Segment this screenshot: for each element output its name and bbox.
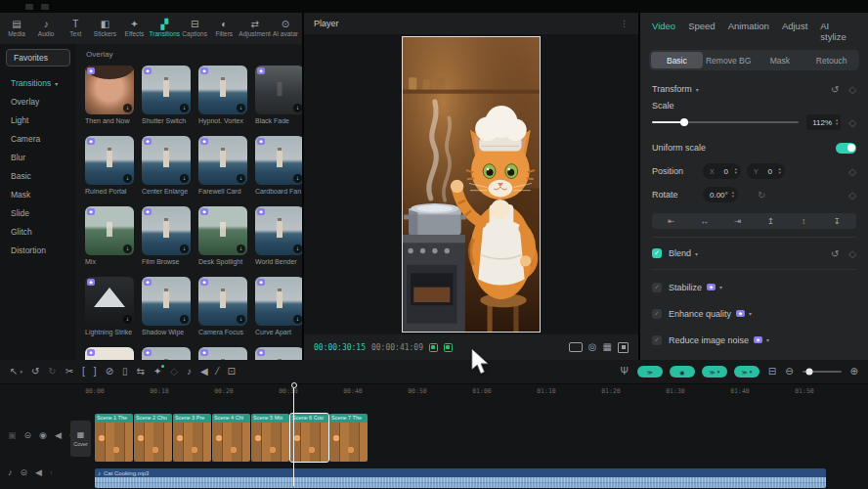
reset-icon[interactable]: ↺ [831,248,839,259]
timeline-pill-button[interactable]: ◉ ▾ [670,366,695,378]
video-clip[interactable]: Scene 4 Chi [212,414,250,462]
align-icon[interactable]: ↕ [788,216,819,226]
sidebar-category-item[interactable]: Transitions▾ [0,73,76,92]
sidebar-category-item[interactable]: Blur▾ [0,148,76,166]
sidebar-item-favorites[interactable]: Favorites [6,49,70,67]
timeline-tool-icon[interactable]: ◇ ▾ [170,367,178,377]
timeline-tool-icon[interactable]: ⁄ ▾ [217,367,219,377]
toolbar-tab[interactable]: ⊟ Captions [180,20,209,37]
download-icon[interactable]: ↓ [293,244,302,253]
transition-thumbnail[interactable]: ◆ ↓ [255,136,302,185]
transition-thumbnail[interactable]: ◆ ↓ [198,347,247,360]
video-clip[interactable]: Scene 2 Chu [134,414,172,462]
chevron-down-icon[interactable]: ▾ [695,250,698,257]
download-icon[interactable]: ↓ [180,104,189,112]
timeline-tool-icon[interactable]: ] ▾ [94,367,97,377]
sidebar-category-item[interactable]: Overlay▾ [0,92,76,111]
transition-item[interactable]: ◆ ↓ Black Fade [255,66,302,125]
scale-slider[interactable] [652,121,799,123]
transition-thumbnail[interactable]: ◆ ↓ [255,206,302,255]
inspector-tab[interactable]: Video [652,21,675,42]
inspector-subtab[interactable]: Basic [651,52,703,68]
blend-checkbox[interactable]: ✓ [652,248,662,258]
stepper-down-icon[interactable]: ▾ [732,195,734,199]
timeline-tool-icon[interactable]: ⊘ ▾ [106,367,113,377]
transition-item[interactable]: ◆ ↓ Lightning Strike [85,277,134,336]
render-quality-icon[interactable]: ▦ [603,342,612,352]
playhead[interactable] [293,383,294,486]
position-y-input[interactable]: Y 0 ▴▾ [747,163,785,179]
track-header-icon[interactable]: ⊝ [21,467,28,477]
transition-thumbnail[interactable]: ◆ ↓ [142,277,191,326]
track-header-icon[interactable]: ♪ [8,467,13,477]
scale-slider-knob[interactable] [680,118,688,126]
download-icon[interactable]: ↓ [293,104,302,112]
timeline-tool-icon[interactable]: ↖ ▾ [10,367,22,377]
video-clip[interactable]: Scene 1 The [95,414,133,462]
transition-item[interactable]: ◆ ↓ Shadow Wipe [142,277,191,336]
sidebar-category-item[interactable]: Camera▾ [0,129,76,148]
download-icon[interactable]: ↓ [180,174,189,183]
timeline-tool-icon[interactable]: ✦ ▾ [153,367,161,377]
download-icon[interactable]: ↓ [237,244,245,253]
timeline-zoom-slider[interactable] [803,371,842,373]
timeline-tool-icon[interactable]: ◀ ▾ [200,367,208,377]
sidebar-category-item[interactable]: Mask▾ [0,185,76,203]
sidebar-category-item[interactable]: Glitch▾ [0,222,76,241]
transition-item[interactable]: ◆ ↓ Film Browse [142,206,191,266]
rotate-tool-icon[interactable]: ↻ [758,190,765,200]
inspector-tab[interactable]: AI stylize [820,21,856,42]
scale-value-box[interactable]: 112% ▴▾ [806,114,841,130]
player-menu-icon[interactable]: ⋮ [620,19,629,28]
quality-indicator-icon[interactable] [429,343,438,352]
align-icon[interactable]: ⇥ [722,216,754,226]
microphone-icon[interactable]: Ψ [620,367,628,377]
download-icon[interactable]: ↓ [123,174,132,183]
sidebar-category-item[interactable]: Light▾ [0,111,76,129]
transition-item[interactable]: ◆ ↓ [198,347,247,360]
cover-button[interactable]: ▦ Cover [70,421,91,457]
scale-stepper[interactable]: ▴▾ [836,118,838,126]
proxy-indicator-icon[interactable] [444,343,453,352]
transition-item[interactable]: ◆ ↓ Then and Now [85,66,134,125]
fit-screen-icon[interactable]: ◎ [588,342,597,352]
audio-clip[interactable]: ♪ Cat Cooking.mp3 [95,468,826,488]
transition-thumbnail[interactable]: ◆ ↓ [255,66,302,114]
transition-thumbnail[interactable]: ◆ ↓ [142,136,191,185]
transition-thumbnail[interactable]: ◆ ↓ [198,66,247,114]
inspector-tab[interactable]: Adjust [782,21,807,42]
toolbar-tab[interactable]: ⇄ Adjustment [239,20,271,37]
transition-thumbnail[interactable]: ◆ ↓ [85,206,134,255]
timeline-tool-icon[interactable]: ▯ ▾ [122,367,128,377]
timeline-tool-icon[interactable]: ♪ ▾ [187,367,192,377]
toolbar-tab[interactable]: T Text [61,20,90,37]
transition-thumbnail[interactable]: ◆ ↓ [85,277,134,326]
transition-thumbnail[interactable]: ◆ ↓ [198,277,247,326]
feature-checkbox[interactable]: ✓ [652,335,662,345]
transition-item[interactable]: ◆ ↓ Cardboard Fan [255,136,302,196]
transition-item[interactable]: ◆ ↓ Camera Focus [198,277,247,336]
align-icon[interactable]: ↧ [821,216,852,226]
timeline-pill-button[interactable]: ≫ ▾ [734,366,760,378]
keyframe-icon[interactable]: ◇ [848,248,856,259]
timeline-pill-button[interactable]: ≫ ▾ [702,366,727,378]
fullscreen-icon[interactable] [618,342,629,353]
position-x-input[interactable]: X 0 ▴▾ [703,163,741,179]
sidebar-category-item[interactable]: Slide▾ [0,203,76,222]
stepper-down-icon[interactable]: ▾ [735,171,737,175]
transition-item[interactable]: ◆ ↓ World Bender [255,206,302,266]
transition-item[interactable]: ◆ ↓ Shutter Switch [142,66,191,125]
transition-thumbnail[interactable]: ◆ ↓ [142,347,191,360]
timeline-tool-icon[interactable]: [ ▾ [82,367,85,377]
app-menu-icon[interactable] [25,4,33,10]
sidebar-category-item[interactable]: Distortion▾ [0,241,76,259]
chevron-down-icon[interactable]: ▾ [766,336,769,343]
download-icon[interactable]: ↓ [293,315,302,324]
uniform-scale-toggle[interactable] [836,143,856,154]
chevron-down-icon[interactable]: ▾ [696,86,699,93]
download-icon[interactable]: ↓ [123,104,132,112]
video-preview[interactable] [403,37,540,332]
download-icon[interactable]: ↓ [123,315,132,324]
video-clip[interactable]: Scene 7 The [329,414,368,462]
transition-item[interactable]: ◆ ↓ Desk Spotlight [198,206,247,266]
